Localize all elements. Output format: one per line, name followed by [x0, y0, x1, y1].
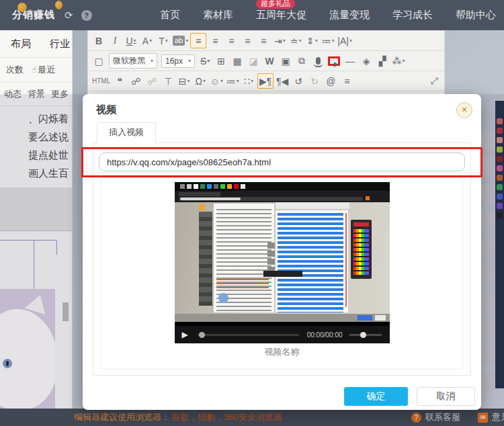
- sort-count[interactable]: 次数: [5, 64, 24, 76]
- video-preview-box: ▶ 00:00/00:00 视频名称: [101, 177, 463, 370]
- align-right-button[interactable]: ≡: [224, 34, 239, 48]
- refresh-icon[interactable]: ⟳: [65, 9, 73, 22]
- player-controls: ▶ 00:00/00:00: [175, 326, 390, 343]
- audio-button[interactable]: [310, 54, 325, 68]
- rtl-paragraph-button[interactable]: ¶◀: [275, 74, 290, 88]
- underline-button[interactable]: U▾: [124, 34, 138, 48]
- nav-anniversary-label: 五周年大促: [256, 9, 306, 20]
- volume-knob[interactable]: [360, 332, 366, 338]
- thumb-orange-text: [216, 279, 269, 290]
- sort-recent[interactable]: ☝最近: [32, 64, 55, 76]
- ltr-paragraph-button[interactable]: ▶¶: [257, 73, 274, 89]
- coin-icon: [17, 3, 27, 12]
- text-top-button[interactable]: ⊤: [161, 74, 175, 88]
- confirm-button[interactable]: 确定: [344, 387, 408, 406]
- nav-anniversary-sale[interactable]: 超多礼品 五周年大促: [256, 9, 306, 22]
- align-justify-button[interactable]: ≡: [256, 34, 271, 48]
- thumb-sidebar: [199, 212, 212, 306]
- sidebar-tabs: 布局 行业: [0, 30, 72, 58]
- table-button[interactable]: ⊞: [214, 54, 228, 68]
- special-char-button[interactable]: Ω▾: [193, 74, 208, 88]
- nav-home[interactable]: 首页: [160, 9, 180, 22]
- ordered-list-button[interactable]: ≔▾: [225, 74, 240, 88]
- eraser-button[interactable]: ◈: [359, 54, 374, 68]
- clear-format-button[interactable]: ▞: [375, 54, 390, 68]
- bold-button[interactable]: B: [91, 34, 106, 48]
- brand-area: 分销赚钱 ⟳ ?: [0, 0, 92, 30]
- video-button-highlight: [328, 56, 340, 66]
- insert-image-button[interactable]: ▣: [278, 54, 293, 68]
- fullscreen-expand-icon[interactable]: ⤢: [431, 75, 438, 87]
- toolbar-row-1: B I U▾ A▾ T▾ ab▾ ≡ ≡ ≡ ≡ ≡ ⇥▾ ≐▾ ⇕▾ ≔▾ |…: [88, 31, 444, 51]
- strikethrough-button[interactable]: S▾: [198, 54, 212, 68]
- thumb-color-palette: [351, 220, 372, 279]
- thumb-browser-chrome: [175, 191, 390, 202]
- toolbar-row-2: ▢ 微软雅黑▾ 16px▾ S▾ ⊞ ▦ ◪ W ▣ ⧉ — ◈ ▞ ⁂▾: [88, 51, 444, 71]
- text-style-button[interactable]: T▾: [156, 34, 171, 48]
- thumb-desktop: [175, 202, 390, 314]
- volume-slider[interactable]: [349, 334, 382, 336]
- html-source-button[interactable]: HTML: [91, 74, 111, 88]
- seek-bar[interactable]: [198, 334, 299, 336]
- inline-image-button[interactable]: ▦: [230, 54, 245, 68]
- thumb-taskbar: [175, 182, 390, 191]
- close-icon[interactable]: ×: [456, 102, 472, 118]
- paste-image-button[interactable]: ◪: [246, 54, 261, 68]
- thumb-tooltip: [263, 271, 302, 277]
- thumb-highlighted-text: [276, 210, 348, 312]
- new-document-button[interactable]: ▢: [91, 54, 106, 68]
- thumb-article-column: [214, 204, 274, 312]
- paragraph-spacing-button[interactable]: ≐▾: [288, 34, 303, 48]
- font-color-button[interactable]: A▾: [140, 34, 155, 48]
- redo-button[interactable]: ↻: [307, 74, 322, 88]
- nav-help-center[interactable]: 帮助中心: [456, 9, 496, 22]
- link-button[interactable]: ☍: [128, 74, 143, 88]
- promo-badge: 超多礼品: [256, 0, 295, 9]
- align-top-button[interactable]: ≡: [240, 34, 255, 48]
- one-click-format-button[interactable]: ⁂▾: [391, 54, 406, 68]
- page-break-button[interactable]: ⊟▾: [177, 74, 192, 88]
- hand-icon: ☝: [32, 65, 36, 75]
- dialog-title: 视频: [83, 94, 481, 122]
- paragraph-format-button[interactable]: ≔▾: [321, 34, 335, 48]
- font-size-select[interactable]: 16px▾: [161, 54, 195, 68]
- tab-industry[interactable]: 行业: [50, 38, 70, 50]
- nav-traffic[interactable]: 流量变现: [329, 9, 370, 22]
- nav-learning[interactable]: 学习成长: [392, 9, 433, 22]
- letter-spacing-button[interactable]: |A|▾: [337, 34, 353, 48]
- thumb-statusbar: [175, 314, 390, 322]
- bottom-bar: 编辑器建议使用浏览器： 谷歌，猎豹，360安全浏览器 ? 联系客服 ✉ 意见: [0, 409, 504, 426]
- undo-button[interactable]: ↺: [291, 74, 306, 88]
- unordered-list-button[interactable]: ∷▾: [241, 74, 256, 88]
- align-left-button[interactable]: ≡: [190, 33, 206, 48]
- play-button[interactable]: ▶: [182, 330, 188, 339]
- first-line-indent-button[interactable]: ⇥▾: [272, 34, 287, 48]
- horizontal-rule-button[interactable]: —: [343, 54, 358, 68]
- line-height-button[interactable]: ⇕▾: [304, 34, 319, 48]
- multi-image-button[interactable]: ⧉: [294, 54, 309, 68]
- tab-layout[interactable]: 布局: [11, 38, 31, 50]
- unlink-button[interactable]: ☍: [144, 74, 159, 88]
- nav-materials[interactable]: 素材库: [203, 9, 233, 22]
- thumb-mini-toolbar: [276, 202, 349, 209]
- find-replace-button[interactable]: @: [323, 74, 338, 88]
- video-url-input[interactable]: [99, 153, 465, 171]
- italic-button[interactable]: I: [108, 34, 122, 48]
- help-icon[interactable]: ?: [81, 10, 92, 21]
- highlight-button[interactable]: ab▾: [172, 34, 189, 48]
- contact-service-link[interactable]: 联系客服: [425, 411, 460, 423]
- video-preview[interactable]: ▶ 00:00/00:00: [175, 182, 390, 343]
- thumb-circle-badge: [218, 293, 228, 303]
- word-import-button[interactable]: W: [262, 54, 277, 68]
- emoji-button[interactable]: ☺▾: [209, 74, 224, 88]
- feedback-link[interactable]: 意见: [492, 411, 504, 423]
- blockquote-button[interactable]: ❝: [112, 74, 127, 88]
- cancel-button[interactable]: 取消: [417, 387, 475, 406]
- tab-insert-video[interactable]: 插入视频: [97, 122, 156, 143]
- seek-knob[interactable]: [199, 332, 205, 338]
- coin-icon: [55, 1, 62, 9]
- font-family-select[interactable]: 微软雅黑▾: [109, 53, 157, 69]
- align-center-button[interactable]: ≡: [208, 34, 222, 48]
- screen: 分销赚钱 ⟳ ? 首页 素材库 超多礼品 五周年大促 流量变现 学习成长 帮助中…: [0, 0, 504, 426]
- summary-button[interactable]: ≡: [339, 74, 354, 88]
